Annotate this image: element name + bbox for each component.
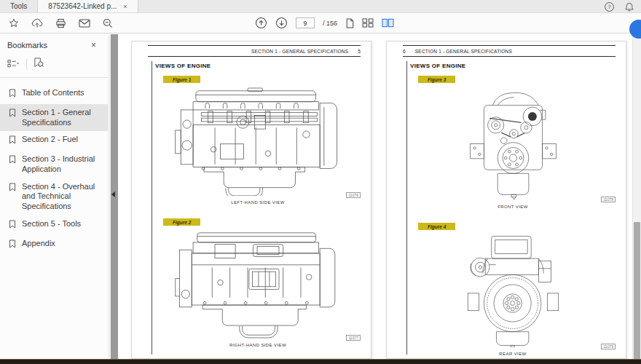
figure-4-ref-code: 11079 xyxy=(601,344,616,349)
header-page-number: 5 xyxy=(358,49,361,54)
bookmark-item-section1[interactable]: Section 1 - General Specifications xyxy=(0,104,108,132)
figure-2-label: Figure 2 xyxy=(163,218,200,226)
tab-document[interactable]: 87523642-Linked p... × xyxy=(37,0,138,12)
collapse-panel-icon[interactable] xyxy=(111,191,115,197)
favorite-star-icon[interactable] xyxy=(9,18,19,28)
bookmark-item-appendix[interactable]: Appendix xyxy=(0,235,108,255)
bookmark-search-icon[interactable] xyxy=(34,58,44,71)
bookmark-icon xyxy=(9,240,16,251)
previous-page-icon[interactable] xyxy=(255,17,267,29)
help-icon[interactable]: ? xyxy=(605,2,614,12)
document-view: SECTION 1 - GENERAL SPECIFICATIONS 5 VIE… xyxy=(118,34,641,359)
bookmark-label: Section 4 - Overhaul and Technical Speci… xyxy=(22,182,105,212)
tab-bar: Tools 87523642-Linked p... × ? xyxy=(0,0,641,13)
figure-2-caption: RIGHT-HAND SIDE VIEW xyxy=(154,343,362,347)
engine-left-side-drawing xyxy=(173,87,343,199)
bookmark-item-section5[interactable]: Section 5 - Tools xyxy=(0,215,108,235)
bell-icon[interactable] xyxy=(625,2,634,12)
figure-1-ref-code: 11076 xyxy=(346,192,361,198)
figure-1-block: Figure 1 xyxy=(154,71,362,205)
page-count-label: / 156 xyxy=(323,20,337,27)
bookmarks-toolbar xyxy=(0,54,108,78)
vertical-scrollbar[interactable] xyxy=(632,34,641,359)
tab-tools[interactable]: Tools xyxy=(0,0,37,12)
print-icon[interactable] xyxy=(55,18,66,28)
bookmarks-header: Bookmarks × xyxy=(0,34,108,54)
bookmark-label: Section 3 - Industrial Application xyxy=(22,154,105,175)
figure-4-caption: REAR VIEW xyxy=(409,352,617,356)
figure-3-caption: FRONT VIEW xyxy=(409,205,617,209)
figure-4-block: Figure 4 xyxy=(409,218,617,356)
bookmark-label: Section 1 - General Specifications xyxy=(22,108,105,128)
engine-front-drawing xyxy=(460,87,566,203)
toolbar-left-group xyxy=(9,18,113,28)
bookmarks-list: Table of Contents Section 1 - General Sp… xyxy=(0,78,108,254)
figure-1-caption: LEFT-HAND SIDE VIEW xyxy=(154,200,362,205)
next-page-icon[interactable] xyxy=(275,17,288,29)
bookmark-label: Section 2 - Fuel xyxy=(22,135,78,145)
bookmark-label: Table of Contents xyxy=(22,88,84,98)
header-section-label: SECTION 1 - GENERAL SPECIFICATIONS xyxy=(251,49,348,54)
bookmarks-panel: Bookmarks × Table of Contents xyxy=(0,34,108,359)
section-heading: VIEWS OF ENGINE xyxy=(410,63,617,69)
figure-2-block: Figure 2 xyxy=(154,214,362,347)
page-number-input[interactable]: 9 xyxy=(296,17,315,28)
bookmark-icon xyxy=(9,155,16,167)
tabbar-right-group: ? xyxy=(605,0,634,13)
figure-1-label: Figure 1 xyxy=(163,76,200,83)
pdf-page-left: SECTION 1 - GENERAL SPECIFICATIONS 5 VIE… xyxy=(131,41,371,359)
page-content: VIEWS OF ENGINE Figure 1 xyxy=(152,61,362,355)
page-header: SECTION 1 - GENERAL SPECIFICATIONS 5 xyxy=(148,45,361,57)
bookmark-icon xyxy=(9,183,16,194)
pdf-page-right: 6 SECTION 1 - GENERAL SPECIFICATIONS VIE… xyxy=(386,41,626,359)
main-toolbar: 9 / 156 xyxy=(0,13,641,33)
figure-3-label: Figure 3 xyxy=(418,76,455,83)
zoom-out-icon[interactable] xyxy=(103,18,113,28)
figure-3-block: Figure 3 xyxy=(409,71,617,209)
figure-4-label: Figure 4 xyxy=(418,223,455,230)
bookmark-icon xyxy=(9,135,16,147)
close-panel-icon[interactable]: × xyxy=(91,40,96,50)
page-content: VIEWS OF ENGINE Figure 3 xyxy=(406,61,617,355)
bookmark-icon xyxy=(9,220,16,232)
figure-3-ref-code: 11078 xyxy=(601,197,616,202)
header-page-number: 6 xyxy=(403,49,406,54)
bookmark-label: Section 5 - Tools xyxy=(22,219,81,229)
page-header: 6 SECTION 1 - GENERAL SPECIFICATIONS xyxy=(403,45,616,57)
acrobat-window: Tools 87523642-Linked p... × ? xyxy=(0,0,641,364)
two-page-view-icon[interactable] xyxy=(382,18,394,28)
bookmark-icon xyxy=(9,108,16,120)
tab-document-label: 87523642-Linked p... xyxy=(48,2,117,10)
engine-rear-drawing xyxy=(460,234,566,350)
single-page-view-icon[interactable] xyxy=(345,18,354,28)
bookmark-item-toc[interactable]: Table of Contents xyxy=(0,84,108,104)
toolbar-separator xyxy=(26,59,27,70)
scrollbar-thumb[interactable] xyxy=(634,222,640,359)
taskbar-edge xyxy=(0,359,641,364)
organize-pages-icon[interactable] xyxy=(362,18,374,28)
page-navigation-group: 9 / 156 xyxy=(255,13,394,33)
header-section-label: SECTION 1 - GENERAL SPECIFICATIONS xyxy=(415,49,512,54)
bookmark-item-section2[interactable]: Section 2 - Fuel xyxy=(0,131,108,151)
bookmark-item-section4[interactable]: Section 4 - Overhaul and Technical Speci… xyxy=(0,178,108,215)
bookmark-item-section3[interactable]: Section 3 - Industrial Application xyxy=(0,151,108,178)
cloud-upload-icon[interactable] xyxy=(31,18,43,28)
figure-2-ref-code: 11077 xyxy=(346,335,361,341)
bookmark-options-icon[interactable] xyxy=(7,58,20,71)
bookmarks-title: Bookmarks xyxy=(7,41,47,50)
content-area: Bookmarks × Table of Contents xyxy=(0,34,641,359)
email-icon[interactable] xyxy=(79,19,90,28)
close-tab-icon[interactable]: × xyxy=(123,3,127,10)
bookmark-icon xyxy=(9,89,16,100)
panel-splitter[interactable] xyxy=(108,34,118,359)
section-heading: VIEWS OF ENGINE xyxy=(155,63,362,69)
tab-tools-label: Tools xyxy=(10,2,27,10)
bookmark-label: Appendix xyxy=(22,239,55,249)
engine-right-side-drawing xyxy=(173,229,343,341)
